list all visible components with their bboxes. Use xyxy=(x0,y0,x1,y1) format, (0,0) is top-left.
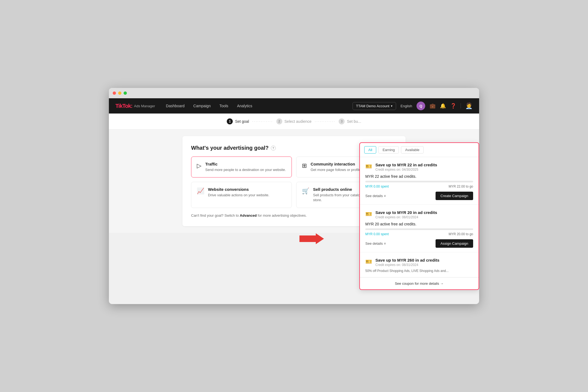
coupon-2-actions: See details ∨ Assign Campaign xyxy=(365,239,473,248)
traffic-icon: ▷ xyxy=(197,162,201,169)
chevron-down-icon: ∨ xyxy=(384,194,386,198)
nav-right: TTAM Demo Account ▾ English Q 💼 🔔 ❓ 🧑‍💼 xyxy=(353,102,473,110)
help-circle-icon[interactable]: ? xyxy=(271,146,276,151)
coupon-1-actions: See details ∨ Create Campaign xyxy=(365,192,473,200)
titlebar xyxy=(109,88,479,98)
close-dot[interactable] xyxy=(113,91,116,95)
coupon-3-info: Save up to MYR 260 in ad credits Credit … xyxy=(375,258,439,267)
nav-divider xyxy=(461,103,461,109)
arrow-indicator xyxy=(299,233,324,245)
step-1: 1 Set goal xyxy=(227,118,249,124)
step-2-circle: 2 xyxy=(276,118,282,124)
coupon-item-3: 🎫 Save up to MYR 260 in ad credits Credi… xyxy=(360,252,479,277)
nav-dashboard[interactable]: Dashboard xyxy=(166,103,185,109)
coupon-3-header: 🎫 Save up to MYR 260 in ad credits Credi… xyxy=(365,258,473,267)
coupon-1-spent: MYR 0.00 spent xyxy=(365,185,389,188)
coupon-3-title: Save up to MYR 260 in ad credits xyxy=(375,258,439,262)
chevron-down-icon: ∨ xyxy=(384,242,386,245)
coupon-footer-link[interactable]: See coupon for more details → xyxy=(360,277,479,289)
step-2: 2 Select audience xyxy=(276,118,312,124)
coupon-1-info: Save up to MYR 22 in ad credits Credit e… xyxy=(375,163,437,171)
chevron-down-icon: ▾ xyxy=(391,104,393,108)
coupon-1-progress-bar xyxy=(365,181,473,182)
coupon-2-expiry: Credit expires on: 08/01/2024 xyxy=(375,215,437,219)
coupon-2-credits: MYR 20 active free ad credits. xyxy=(365,222,473,226)
coupon-item-1: 🎫 Save up to MYR 22 in ad credits Credit… xyxy=(360,157,479,205)
coupon-2-amounts: MYR 0.00 spent MYR 20.00 to go xyxy=(365,232,473,236)
see-coupon-text: See coupon for more details → xyxy=(395,281,443,286)
step-dots-2: ············ xyxy=(315,120,335,123)
coupon-1-see-details[interactable]: See details ∨ xyxy=(365,194,386,198)
coupon-3-credits: 50% off Product Shopping Ads, LIVE Shopp… xyxy=(365,269,473,273)
app-window: TikTok: Ads Manager Dashboard Campaign T… xyxy=(109,88,479,304)
logo-ads-text: Ads Manager xyxy=(134,104,155,108)
bell-icon[interactable]: 🔔 xyxy=(440,103,446,109)
minimize-dot[interactable] xyxy=(118,91,121,95)
coupon-2-icon: 🎫 xyxy=(365,211,372,217)
footer-text: Can't find your goal? Switch to xyxy=(191,213,239,218)
step-3-circle: 3 xyxy=(339,118,345,124)
step-1-label: Set goal xyxy=(235,119,249,124)
account-selector[interactable]: TTAM Demo Account ▾ xyxy=(353,102,396,110)
coupon-2-header: 🎫 Save up to MYR 20 in ad credits Credit… xyxy=(365,210,473,219)
coupon-1-icon: 🎫 xyxy=(365,163,372,170)
maximize-dot[interactable] xyxy=(124,91,127,95)
tab-all[interactable]: All xyxy=(364,146,376,154)
goal-card-traffic[interactable]: ▷ Traffic Send more people to a destinat… xyxy=(191,157,292,177)
coupon-2-progress-bar xyxy=(365,228,473,230)
coupon-2-info: Save up to MYR 20 in ad credits Credit e… xyxy=(375,210,437,219)
step-dots-1: ············ xyxy=(252,120,273,123)
step-3: 3 Set bu... xyxy=(339,118,361,124)
step-3-label: Set bu... xyxy=(347,119,361,124)
briefcase-icon[interactable]: 💼 xyxy=(430,103,436,109)
footer-suffix: for more advertising objectives. xyxy=(258,213,307,218)
nav-tools[interactable]: Tools xyxy=(219,103,228,109)
avatar: Q xyxy=(416,102,425,110)
coupon-2-see-details[interactable]: See details ∨ xyxy=(365,241,386,246)
user-settings-icon[interactable]: 🧑‍💼 xyxy=(465,102,473,109)
create-campaign-button[interactable]: Create Campaign xyxy=(436,192,473,200)
main-wrapper: 1 Set goal ············ 2 Select audienc… xyxy=(109,114,479,304)
conversions-icon: 📈 xyxy=(197,188,204,195)
coupon-2-to-go: MYR 20.00 to go xyxy=(449,232,473,236)
step-1-circle: 1 xyxy=(227,118,233,124)
coupon-1-header: 🎫 Save up to MYR 22 in ad credits Credit… xyxy=(365,163,473,171)
coupon-1-expiry: Credit expires on: 04/30/2025 xyxy=(375,168,437,171)
assign-campaign-button[interactable]: Assign Campaign xyxy=(436,239,473,248)
tab-earning[interactable]: Earning xyxy=(378,146,399,154)
nav-analytics[interactable]: Analytics xyxy=(237,103,252,109)
conversions-title: Website conversions xyxy=(208,187,269,192)
steps-bar: 1 Set goal ············ 2 Select audienc… xyxy=(109,114,479,130)
svg-marker-0 xyxy=(299,233,324,244)
traffic-desc: Send more people to a destination on you… xyxy=(205,167,286,172)
conversions-desc: Drive valuable actions on your website. xyxy=(208,193,269,198)
nav-campaign[interactable]: Campaign xyxy=(193,103,211,109)
sell-icon: 🛒 xyxy=(302,188,309,195)
language-label[interactable]: English xyxy=(400,104,412,108)
help-icon[interactable]: ❓ xyxy=(450,103,456,109)
coupon-1-credits: MYR 22 active free ad credits. xyxy=(365,174,473,179)
step-2-label: Select audience xyxy=(284,119,312,124)
top-navigation: TikTok: Ads Manager Dashboard Campaign T… xyxy=(109,98,479,114)
goal-title-text: What's your advertising goal? xyxy=(191,145,269,151)
coupon-1-to-go: MYR 22.00 to go xyxy=(449,185,473,188)
coupon-item-2: 🎫 Save up to MYR 20 in ad credits Credit… xyxy=(360,205,479,252)
community-icon: ⊞ xyxy=(302,162,307,169)
traffic-title: Traffic xyxy=(205,162,286,166)
goal-card-traffic-text: Traffic Send more people to a destinatio… xyxy=(205,162,286,172)
coupon-list: 🎫 Save up to MYR 22 in ad credits Credit… xyxy=(360,157,479,277)
goal-card-conversions[interactable]: 📈 Website conversions Drive valuable act… xyxy=(191,182,292,208)
advanced-link[interactable]: Advanced xyxy=(240,213,257,218)
coupon-1-amounts: MYR 0.00 spent MYR 22.00 to go xyxy=(365,185,473,188)
coupon-3-expiry: Credit expires on: 08/31/2024 xyxy=(375,263,439,267)
coupon-3-icon: 🎫 xyxy=(365,258,372,265)
coupon-tabs: All Earning Available xyxy=(360,143,479,157)
tab-available[interactable]: Available xyxy=(401,146,424,154)
logo-text: TikTok: xyxy=(115,103,132,109)
coupon-2-title: Save up to MYR 20 in ad credits xyxy=(375,210,437,215)
goal-card-conversions-text: Website conversions Drive valuable actio… xyxy=(208,187,269,198)
logo: TikTok: Ads Manager xyxy=(115,103,155,109)
coupon-1-title: Save up to MYR 22 in ad credits xyxy=(375,163,437,167)
coupon-2-spent: MYR 0.00 spent xyxy=(365,232,389,236)
nav-items: Dashboard Campaign Tools Analytics xyxy=(166,103,353,109)
